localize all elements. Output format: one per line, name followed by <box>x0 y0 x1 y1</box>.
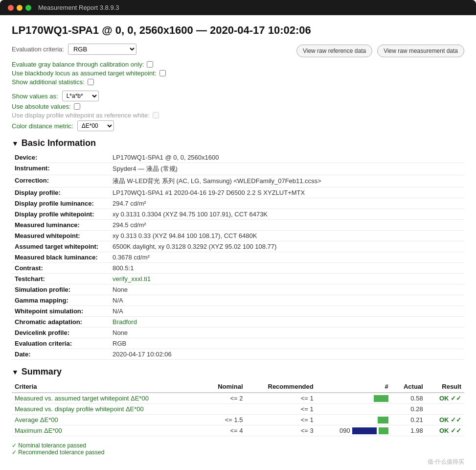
summary-result: OK ✓✓ <box>426 425 464 436</box>
table-row: Chromatic adaptation:Bradford <box>12 317 464 328</box>
table-row: Gamma mapping:N/A <box>12 295 464 306</box>
hash-value: 090 <box>340 427 350 434</box>
summary-criteria: Measured vs. assumed target whitepoint Δ… <box>12 393 204 404</box>
table-row: Contrast:800.5:1 <box>12 263 464 274</box>
col-nominal: Nominal <box>204 381 246 393</box>
table-row: Testchart:verify_xxxl.ti1 <box>12 274 464 284</box>
basic-info-table: Device:LP170WQ1-SPA1 @ 0, 0, 2560x1600In… <box>12 152 464 360</box>
table-row: Display profile:LP170WQ1-SPA1 #1 2020-04… <box>12 188 464 198</box>
summary-criteria: Measured vs. display profile whitepoint … <box>12 404 204 415</box>
summary-result <box>426 404 464 415</box>
display-profile-white-checkbox[interactable] <box>153 112 159 118</box>
titlebar-title: Measurement Report 3.8.9.3 <box>38 4 119 11</box>
info-value: 6500K daylight, xy 0.3128 0.3292 (XYZ 95… <box>110 241 464 252</box>
table-row: Measured black luminance:0.3678 cd/m² <box>12 252 464 263</box>
summary-row: Maximum ΔE*00<= 4<= 30901.98OK ✓✓ <box>12 425 464 436</box>
info-label: Evaluation criteria: <box>12 338 110 349</box>
info-label: Measured luminance: <box>12 220 110 231</box>
summary-nominal: <= 2 <box>204 393 246 404</box>
minimize-button-dot[interactable] <box>17 5 23 11</box>
summary-criteria: Maximum ΔE*00 <box>12 425 204 436</box>
absolute-values-label: Use absolute values: <box>12 103 71 110</box>
table-row: Assumed target whitepoint:6500K daylight… <box>12 241 464 252</box>
gray-balance-label: Evaluate gray balance through calibratio… <box>12 61 144 68</box>
color-distance-select[interactable]: ΔE*00 ΔE*94 ΔE76 <box>77 120 114 131</box>
info-value: N/A <box>110 295 464 306</box>
summary-row: Measured vs. display profile whitepoint … <box>12 404 464 415</box>
summary-nominal: <= 4 <box>204 425 246 436</box>
summary-hash-bar: 090 <box>317 425 391 436</box>
footer-notes: ✓ Nominal tolerance passed✓ Recommended … <box>12 442 464 466</box>
info-value: 800.5:1 <box>110 263 464 274</box>
table-row: Measured whitepoint:xy 0.313 0.33 (XYZ 9… <box>12 231 464 241</box>
col-hash: # <box>317 381 391 393</box>
summary-row: Measured vs. assumed target whitepoint Δ… <box>12 393 464 404</box>
summary-hash-bar <box>317 393 391 404</box>
info-label: Display profile: <box>12 188 110 198</box>
green-bar <box>378 417 388 423</box>
info-value: Bradford <box>110 317 464 328</box>
color-distance-row: Color distance metric: ΔE*00 ΔE*94 ΔE76 <box>12 120 464 131</box>
blackbody-label: Use blackbody locus as assumed target wh… <box>12 70 157 77</box>
col-actual: Actual <box>391 381 426 393</box>
info-label: Date: <box>12 349 110 360</box>
show-values-select[interactable]: L*a*b* XYZ xyY <box>62 91 99 101</box>
info-value: 294.7 cd/m² <box>110 198 464 209</box>
summary-nominal: <= 1.5 <box>204 415 246 425</box>
info-label: Display profile whitepoint: <box>12 209 110 220</box>
summary-criteria: Average ΔE*00 <box>12 415 204 425</box>
footer-note: ✓ Recommended tolerance passed <box>12 449 464 456</box>
info-value: None <box>110 328 464 338</box>
summary-nominal <box>204 404 246 415</box>
additional-stats-checkbox[interactable] <box>88 79 94 85</box>
info-link[interactable]: verify_xxxl.ti1 <box>113 275 151 282</box>
eval-criteria-select[interactable]: RGB sRGB AdobeRGB <box>68 44 136 55</box>
blackbody-checkbox[interactable] <box>159 70 166 76</box>
watermark: 值·什么值得买 <box>12 458 464 466</box>
table-row: Evaluation criteria:RGB <box>12 338 464 349</box>
summary-row: Average ΔE*00<= 1.5<= 10.21OK ✓✓ <box>12 415 464 425</box>
table-row: Date:2020-04-17 10:02:06 <box>12 349 464 360</box>
titlebar: Measurement Report 3.8.9.3 <box>0 0 476 15</box>
col-recommended: Recommended <box>246 381 317 393</box>
display-profile-white-label: Use display profile whitepoint as refere… <box>12 112 150 119</box>
summary-header: ▼ Summary <box>12 367 464 377</box>
table-row: Measured luminance:294.5 cd/m² <box>12 220 464 231</box>
col-criteria: Criteria <box>12 381 204 393</box>
display-profile-white-row: Use display profile whitepoint as refere… <box>12 112 464 119</box>
table-row: Instrument:Spyder4 — 液晶 (常规) <box>12 163 464 175</box>
blackbody-row: Use blackbody locus as assumed target wh… <box>12 70 464 77</box>
table-row: Simulation profile:None <box>12 284 464 295</box>
info-link[interactable]: Bradford <box>113 318 137 326</box>
main-content: LP170WQ1-SPA1 @ 0, 0, 2560x1600 — 2020-0… <box>0 15 476 470</box>
dark-bar <box>352 427 377 434</box>
info-label: Correction: <box>12 175 110 188</box>
basic-info-title: Basic Information <box>22 138 96 148</box>
table-row: Correction:液晶 W-LED背光 系列 (AC, LG, Samsun… <box>12 175 464 188</box>
summary-actual: 0.28 <box>391 404 426 415</box>
info-value: LP170WQ1-SPA1 #1 2020-04-16 19-27 D6500 … <box>110 188 464 198</box>
view-raw-measurement-button[interactable]: View raw measurement data <box>377 45 464 57</box>
info-value: N/A <box>110 306 464 317</box>
gray-balance-row: Evaluate gray balance through calibratio… <box>12 61 464 68</box>
gray-balance-checkbox[interactable] <box>147 61 153 68</box>
info-label: Testchart: <box>12 274 110 284</box>
triangle-icon: ▼ <box>12 140 19 147</box>
options-section: Evaluate gray balance through calibratio… <box>12 61 464 86</box>
info-label: Contrast: <box>12 263 110 274</box>
summary-recommended: <= 1 <box>246 393 317 404</box>
absolute-values-checkbox[interactable] <box>74 103 80 110</box>
info-value: xy 0.313 0.33 (XYZ 94.84 100 108.17), CC… <box>110 231 464 241</box>
info-value: verify_xxxl.ti1 <box>110 274 464 284</box>
info-value: RGB <box>110 338 464 349</box>
view-raw-reference-button[interactable]: View raw reference data <box>296 45 372 57</box>
show-values-row: Show values as: L*a*b* XYZ xyY <box>12 91 464 101</box>
close-button-dot[interactable] <box>8 5 14 11</box>
eval-criteria-label: Evaluation criteria: <box>12 46 64 53</box>
info-value: None <box>110 284 464 295</box>
color-distance-label: Color distance metric: <box>12 122 73 130</box>
raw-buttons-group: View raw reference data View raw measure… <box>296 45 464 57</box>
info-value: 液晶 W-LED背光 系列 (AC, LG, Samsung) <WLEDFam… <box>110 175 464 188</box>
info-label: Whitepoint simulation: <box>12 306 110 317</box>
maximize-button-dot[interactable] <box>25 5 31 11</box>
